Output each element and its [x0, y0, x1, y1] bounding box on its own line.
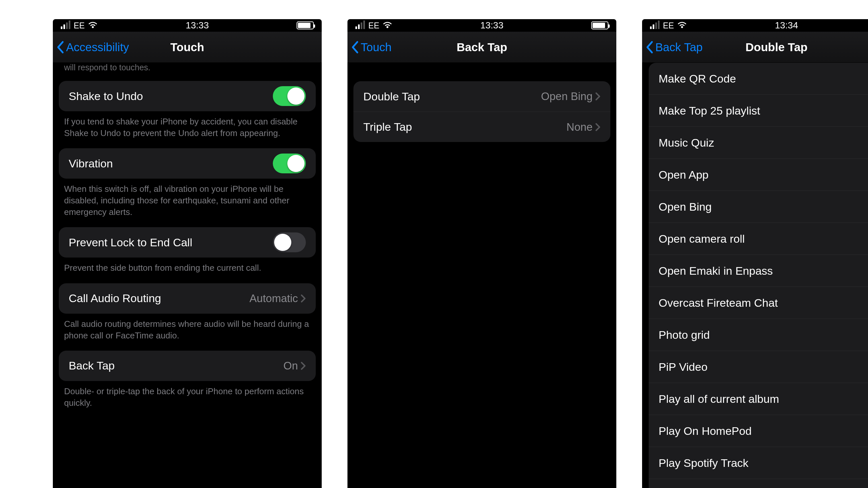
battery-icon — [297, 22, 314, 29]
row-double-tap[interactable]: Double Tap Open Bing — [353, 81, 610, 111]
chevron-left-icon — [351, 41, 359, 54]
list-item[interactable]: Open App — [649, 159, 868, 191]
row-vibration[interactable]: Vibration — [59, 148, 316, 178]
row-label: Vibration — [69, 157, 113, 170]
row-shake-to-undo[interactable]: Shake to Undo — [59, 81, 316, 111]
list-item-label: Open Bing — [659, 200, 712, 213]
list-item-label: Open Emaki in Enpass — [659, 264, 773, 278]
shortcut-list: Make QR CodeMake Top 25 playlistMusic Qu… — [649, 63, 868, 488]
back-button[interactable]: Back Tap — [642, 41, 703, 54]
status-bar: EE 13:33 — [53, 19, 322, 32]
list-item[interactable]: Prime Video Search — [649, 479, 868, 488]
truncated-prev-footer: will respond to touches. — [53, 63, 322, 74]
chevron-right-icon — [301, 362, 306, 370]
chevron-left-icon — [56, 41, 65, 54]
chevron-left-icon — [645, 41, 654, 54]
signal-icon — [650, 22, 659, 29]
wifi-icon — [382, 22, 392, 29]
carrier-label: EE — [663, 21, 674, 30]
list-item[interactable]: Play On HomePod — [649, 415, 868, 447]
navbar: Accessibility Touch — [53, 32, 322, 63]
row-label: Call Audio Routing — [69, 292, 161, 305]
back-label: Back Tap — [655, 41, 703, 54]
back-label: Accessibility — [66, 41, 129, 54]
row-triple-tap[interactable]: Triple Tap None — [353, 111, 610, 142]
row-label: Triple Tap — [363, 121, 412, 133]
screen-back-tap: EE 13:33 Touch Back Tap Double Tap Open … — [347, 19, 616, 488]
list-item-label: Open camera roll — [659, 232, 745, 245]
row-value: Open Bing — [541, 90, 593, 103]
back-label: Touch — [361, 41, 392, 54]
carrier-label: EE — [368, 21, 379, 30]
status-bar: EE 13:33 — [347, 19, 616, 32]
list-item-label: PiP Video — [659, 361, 708, 373]
list-item[interactable]: Overcast Fireteam Chat — [649, 287, 868, 319]
footer-vibration: When this switch is off, all vibration o… — [53, 178, 322, 221]
wifi-icon — [677, 22, 687, 29]
row-value: On — [283, 360, 298, 372]
battery-icon — [591, 22, 609, 29]
list-item[interactable]: Open Bing — [649, 191, 868, 223]
toggle-vibration[interactable] — [273, 154, 306, 173]
row-label: Shake to Undo — [69, 90, 143, 103]
row-label: Double Tap — [363, 90, 420, 103]
row-back-tap[interactable]: Back Tap On — [59, 351, 316, 381]
list-item-label: Photo grid — [659, 328, 710, 341]
list-item-label: Music Quiz — [659, 136, 714, 149]
navbar: Back Tap Double Tap — [642, 32, 868, 63]
toggle-prevent-lock[interactable] — [273, 232, 306, 252]
footer-call-routing: Call audio routing determines where audi… — [53, 314, 322, 344]
signal-icon — [355, 22, 365, 29]
footer-back-tap: Double- or triple-tap the back of your i… — [53, 381, 322, 412]
row-value: None — [566, 121, 593, 133]
footer-shake: If you tend to shake your iPhone by acci… — [53, 111, 322, 142]
row-label: Back Tap — [69, 359, 115, 372]
row-label: Prevent Lock to End Call — [69, 236, 192, 249]
list-item[interactable]: Play Spotify Track — [649, 447, 868, 479]
carrier-label: EE — [74, 21, 85, 30]
chevron-right-icon — [301, 294, 306, 303]
list-item[interactable]: Photo grid — [649, 319, 868, 351]
status-bar: EE 13:34 — [642, 19, 868, 32]
clock: 13:34 — [775, 20, 798, 31]
clock: 13:33 — [480, 20, 503, 31]
list-item[interactable]: Music Quiz — [649, 127, 868, 159]
screen-double-tap-picker: EE 13:34 Back Tap Double Tap Make QR Cod… — [642, 19, 868, 488]
list-item[interactable]: Open camera roll — [649, 223, 868, 255]
back-button[interactable]: Accessibility — [53, 41, 129, 54]
list-item[interactable]: Make QR Code — [649, 63, 868, 95]
list-item-label: Open App — [659, 168, 709, 181]
list-item[interactable]: Open Emaki in Enpass — [649, 255, 868, 287]
screen-touch-settings: EE 13:33 Accessibility Touch will respon… — [53, 19, 322, 488]
list-item-label: Make Top 25 playlist — [659, 104, 760, 117]
footer-prevent-lock: Prevent the side button from ending the … — [53, 258, 322, 276]
chevron-right-icon — [595, 92, 600, 101]
list-item-label: Make QR Code — [659, 72, 736, 85]
list-item-label: Play all of current album — [659, 393, 779, 405]
row-call-audio-routing[interactable]: Call Audio Routing Automatic — [59, 283, 316, 314]
list-item-label: Overcast Fireteam Chat — [659, 296, 778, 310]
wifi-icon — [88, 22, 98, 29]
chevron-right-icon — [595, 123, 600, 131]
list-item-label: Play On HomePod — [659, 425, 752, 437]
toggle-shake-to-undo[interactable] — [273, 86, 306, 106]
row-value: Automatic — [249, 292, 298, 305]
list-item[interactable]: Play all of current album — [649, 383, 868, 415]
navbar: Touch Back Tap — [347, 32, 616, 63]
list-item[interactable]: PiP Video — [649, 351, 868, 383]
signal-icon — [61, 22, 70, 29]
list-item-label: Play Spotify Track — [659, 457, 748, 469]
list-item[interactable]: Make Top 25 playlist — [649, 95, 868, 127]
clock: 13:33 — [186, 20, 209, 31]
back-button[interactable]: Touch — [347, 41, 392, 54]
row-prevent-lock[interactable]: Prevent Lock to End Call — [59, 227, 316, 258]
